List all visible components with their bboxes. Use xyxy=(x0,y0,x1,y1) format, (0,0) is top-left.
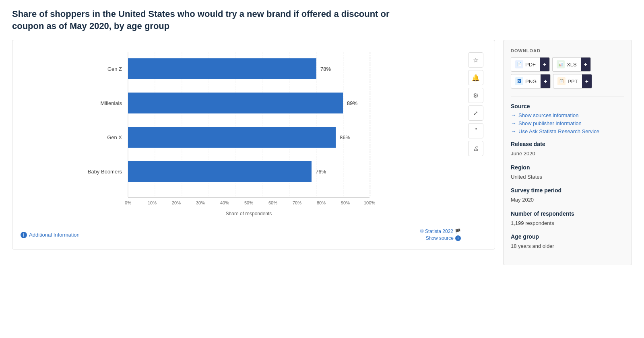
bar-babyboomers-label: 76% xyxy=(316,169,326,175)
x-label-60: 60% xyxy=(268,200,277,205)
info-circle-icon: i xyxy=(455,235,461,241)
bar-genx-label: 86% xyxy=(340,134,350,140)
source-block: Source → Show sources information → Show… xyxy=(511,103,624,134)
x-label-40: 40% xyxy=(220,200,229,205)
ppt-label: PPT xyxy=(568,78,578,84)
respondents-block: Number of respondents 1,199 respondents xyxy=(511,210,624,227)
xls-download-btn[interactable]: 📊 XLS + xyxy=(552,57,591,72)
pdf-btn-main: 📄 PDF xyxy=(511,58,540,71)
show-sources-link[interactable]: → Show sources information xyxy=(511,112,624,118)
print-icon: 🖨 xyxy=(473,145,479,152)
x-label-0: 0% xyxy=(125,200,131,205)
download-buttons: 📄 PDF + 📊 XLS + 🖼 xyxy=(511,57,624,89)
ask-statista-label: Use Ask Statista Research Service xyxy=(518,128,599,134)
xls-plus[interactable]: + xyxy=(581,58,590,71)
x-label-70: 70% xyxy=(293,200,301,205)
bar-chart-svg: 78% Gen Z 89% Millenials 86% Gen X 76% xyxy=(21,52,461,221)
icon-sidebar: ☆ 🔔 ⚙ ⤢ " 🖨 xyxy=(465,52,487,241)
bell-icon: 🔔 xyxy=(472,74,480,82)
bell-button[interactable]: 🔔 xyxy=(468,70,483,85)
share-button[interactable]: ⤢ xyxy=(468,105,483,121)
quote-button[interactable]: " xyxy=(468,123,483,138)
info-icon: i xyxy=(21,232,27,238)
settings-button[interactable]: ⚙ xyxy=(468,88,483,103)
page-wrapper: Share of shoppers in the United States w… xyxy=(0,0,644,338)
png-plus[interactable]: + xyxy=(541,74,550,88)
flag-icon: 🏴 xyxy=(455,229,461,234)
main-content: 78% Gen Z 89% Millenials 86% Gen X 76% xyxy=(12,40,632,265)
label-genx: Gen X xyxy=(107,134,122,140)
xls-icon: 📊 xyxy=(557,60,565,68)
respondents-title: Number of respondents xyxy=(511,210,624,217)
pdf-plus[interactable]: + xyxy=(540,58,549,71)
chart-footer: i Additional Information © Statista 2022… xyxy=(21,229,461,241)
region-value: United States xyxy=(511,173,624,181)
x-label-100: 100% xyxy=(364,200,375,205)
label-babyboomers: Baby Boomers xyxy=(88,169,122,175)
download-section: DOWNLOAD 📄 PDF + 📊 XLS + xyxy=(511,48,624,89)
info-section: Source → Show sources information → Show… xyxy=(511,103,624,250)
show-publisher-link[interactable]: → Show publisher information xyxy=(511,120,624,126)
xls-label: XLS xyxy=(567,62,577,68)
png-label: PNG xyxy=(525,78,537,84)
png-btn-main: 🖼 PNG xyxy=(511,74,541,88)
x-label-30: 30% xyxy=(196,200,205,205)
pdf-icon: 📄 xyxy=(515,60,523,68)
divider-1 xyxy=(511,97,624,97)
star-button[interactable]: ☆ xyxy=(468,52,483,68)
right-panel: DOWNLOAD 📄 PDF + 📊 XLS + xyxy=(503,40,632,265)
show-source-btn[interactable]: Show source i xyxy=(426,235,461,241)
survey-period-title: Survey time period xyxy=(511,187,624,194)
release-date-title: Release date xyxy=(511,141,624,147)
show-sources-label: Show sources information xyxy=(518,112,579,118)
x-label-80: 80% xyxy=(317,200,326,205)
arrow-icon-1: → xyxy=(511,112,516,118)
show-source-label: Show source xyxy=(426,235,454,241)
release-date-value: June 2020 xyxy=(511,150,624,158)
label-millenials: Millenials xyxy=(101,100,122,106)
x-label-90: 90% xyxy=(341,200,350,205)
x-axis-title: Share of respondents xyxy=(226,211,272,216)
pdf-download-btn[interactable]: 📄 PDF + xyxy=(511,57,550,72)
page-title: Share of shoppers in the United States w… xyxy=(12,8,394,32)
bar-genz-label: 78% xyxy=(320,66,331,72)
gear-icon: ⚙ xyxy=(473,92,479,99)
download-label: DOWNLOAD xyxy=(511,48,624,53)
ppt-plus[interactable]: + xyxy=(582,74,592,88)
arrow-icon-2: → xyxy=(511,120,516,126)
source-title: Source xyxy=(511,103,624,109)
bar-genz xyxy=(128,58,316,79)
age-group-block: Age group 18 years and older xyxy=(511,233,624,250)
print-button[interactable]: 🖨 xyxy=(468,141,483,156)
chart-section: 78% Gen Z 89% Millenials 86% Gen X 76% xyxy=(12,40,495,249)
png-download-btn[interactable]: 🖼 PNG + xyxy=(511,74,551,89)
copyright-text: © Statista 2022 🏴 xyxy=(420,229,461,234)
xls-btn-main: 📊 XLS xyxy=(553,58,581,71)
additional-info-btn[interactable]: i Additional Information xyxy=(21,232,80,238)
release-date-block: Release date June 2020 xyxy=(511,141,624,158)
pdf-label: PDF xyxy=(525,62,536,68)
region-title: Region xyxy=(511,164,624,171)
chart-copyright: © Statista 2022 🏴 Show source i xyxy=(420,229,461,241)
ppt-icon: 📋 xyxy=(557,77,566,85)
show-publisher-label: Show publisher information xyxy=(518,120,582,126)
x-label-20: 20% xyxy=(172,200,181,205)
region-block: Region United States xyxy=(511,164,624,181)
ppt-download-btn[interactable]: 📋 PPT + xyxy=(553,74,592,89)
x-label-10: 10% xyxy=(148,200,157,205)
bar-millenials-label: 89% xyxy=(347,100,357,106)
star-icon: ☆ xyxy=(473,56,479,64)
copyright-label: © Statista 2022 xyxy=(420,229,453,234)
age-group-value: 18 years and older xyxy=(511,242,624,250)
x-label-50: 50% xyxy=(244,200,253,205)
quote-icon: " xyxy=(475,127,477,134)
survey-period-value: May 2020 xyxy=(511,196,624,204)
bar-millenials xyxy=(128,93,343,113)
ppt-btn-main: 📋 PPT xyxy=(553,74,582,88)
respondents-value: 1,199 respondents xyxy=(511,219,624,227)
survey-period-block: Survey time period May 2020 xyxy=(511,187,624,204)
png-icon: 🖼 xyxy=(515,77,523,85)
additional-info-label: Additional Information xyxy=(29,232,80,238)
ask-statista-link[interactable]: → Use Ask Statista Research Service xyxy=(511,128,624,134)
bar-genx xyxy=(128,127,336,148)
